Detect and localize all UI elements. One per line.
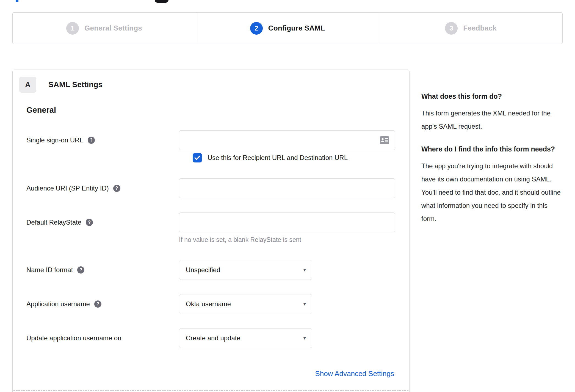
help-panel: What does this form do? This form genera… [421, 91, 561, 236]
sso-url-input[interactable] [179, 130, 395, 150]
chevron-down-icon: ▾ [303, 335, 306, 341]
field-row-default-relaystate: Default RelayState ? If no value is set,… [26, 212, 394, 244]
help-question-2: Where do I find the info this form needs… [421, 143, 561, 154]
field-label-cell: Update application username on [26, 328, 179, 348]
field-label-cell: Audience URI (SP Entity ID) ? [26, 178, 179, 198]
dashed-divider [13, 390, 408, 391]
relaystate-input-wrap [179, 212, 395, 232]
help-answer-1: This form generates the XML needed for t… [421, 107, 561, 133]
relaystate-helper-text: If no value is set, a blank RelayState i… [179, 236, 395, 244]
step-label: General Settings [84, 24, 142, 32]
question-glyph: ? [88, 220, 91, 225]
field-control-cell [179, 178, 395, 198]
saml-settings-card: A SAML Settings General Single sign-on U… [12, 70, 410, 392]
contact-card-icon[interactable] [380, 136, 389, 144]
select-value: Okta username [186, 300, 231, 308]
stepper-step-configure-saml[interactable]: 2 Configure SAML [196, 13, 379, 44]
help-icon[interactable]: ? [88, 137, 95, 144]
step-label: Configure SAML [268, 24, 325, 32]
field-label-cell: Single sign-on URL ? [26, 130, 179, 150]
question-glyph: ? [115, 186, 118, 191]
question-glyph: ? [79, 267, 82, 272]
cropped-header-fragment-dark [155, 0, 168, 3]
field-label-cell: Default RelayState ? [26, 212, 179, 232]
step-number-badge: 2 [250, 22, 263, 35]
chevron-down-icon: ▾ [303, 267, 306, 273]
field-label: Name ID format [26, 266, 73, 274]
field-label-cell: Application username ? [26, 294, 179, 314]
card-header: A SAML Settings [19, 77, 103, 93]
card-title: SAML Settings [48, 80, 103, 89]
cropped-header-fragment-blue [16, 0, 18, 2]
help-icon[interactable]: ? [86, 219, 93, 226]
field-label: Update application username on [26, 334, 121, 342]
select-value: Unspecified [186, 266, 220, 274]
sso-url-input-wrap [179, 130, 395, 150]
help-icon[interactable]: ? [94, 300, 101, 308]
wizard-stepper: 1 General Settings 2 Configure SAML 3 Fe… [12, 12, 563, 44]
check-icon [194, 155, 200, 160]
application-username-select[interactable]: Okta username ▾ [179, 294, 312, 314]
field-row-application-username: Application username ? Okta username ▾ [26, 294, 394, 314]
name-id-format-select[interactable]: Unspecified ▾ [179, 260, 312, 280]
field-control-cell: If no value is set, a blank RelayState i… [179, 212, 395, 244]
step-number-badge: 1 [66, 22, 79, 35]
page: 1 General Settings 2 Configure SAML 3 Fe… [0, 0, 575, 392]
field-label: Application username [26, 300, 90, 308]
select-value: Create and update [186, 334, 240, 342]
help-icon[interactable]: ? [113, 185, 120, 192]
update-application-username-select[interactable]: Create and update ▾ [179, 328, 312, 348]
field-row-name-id-format: Name ID format ? Unspecified ▾ [26, 260, 394, 280]
help-question-1: What does this form do? [421, 91, 561, 102]
field-control-cell [179, 130, 395, 150]
audience-uri-input[interactable] [179, 178, 395, 198]
help-icon[interactable]: ? [77, 266, 84, 274]
chevron-down-icon: ▾ [303, 301, 306, 307]
field-label-cell: Name ID format ? [26, 260, 179, 280]
question-glyph: ? [90, 138, 93, 143]
checkbox-label[interactable]: Use this for Recipient URL and Destinati… [208, 154, 348, 162]
step-number-badge: 3 [445, 22, 458, 35]
audience-uri-input-wrap [179, 178, 395, 198]
field-label: Single sign-on URL [26, 136, 83, 144]
field-row-single-sign-on-url: Single sign-on URL ? [26, 130, 394, 150]
question-glyph: ? [96, 302, 99, 307]
show-advanced-settings-link[interactable]: Show Advanced Settings [315, 369, 394, 378]
relaystate-input[interactable] [179, 212, 395, 232]
stepper-step-feedback[interactable]: 3 Feedback [379, 13, 562, 44]
field-control-cell: Unspecified ▾ [179, 260, 394, 280]
stepper-step-general-settings[interactable]: 1 General Settings [13, 13, 196, 44]
help-answer-2: The app you're trying to integrate with … [421, 159, 561, 225]
advanced-settings-row: Show Advanced Settings [315, 369, 394, 378]
field-label: Audience URI (SP Entity ID) [26, 184, 109, 192]
field-label: Default RelayState [26, 219, 81, 226]
recipient-url-checkbox[interactable] [193, 153, 202, 162]
field-control-cell: Okta username ▾ [179, 294, 394, 314]
step-label: Feedback [463, 24, 497, 32]
field-row-audience-uri: Audience URI (SP Entity ID) ? [26, 178, 394, 198]
field-row-update-application-username: Update application username on Create an… [26, 328, 394, 348]
section-a-badge: A [19, 77, 36, 93]
general-section-heading: General [26, 106, 56, 115]
recipient-url-checkbox-row: Use this for Recipient URL and Destinati… [193, 153, 348, 162]
field-control-cell: Create and update ▾ [179, 328, 394, 348]
